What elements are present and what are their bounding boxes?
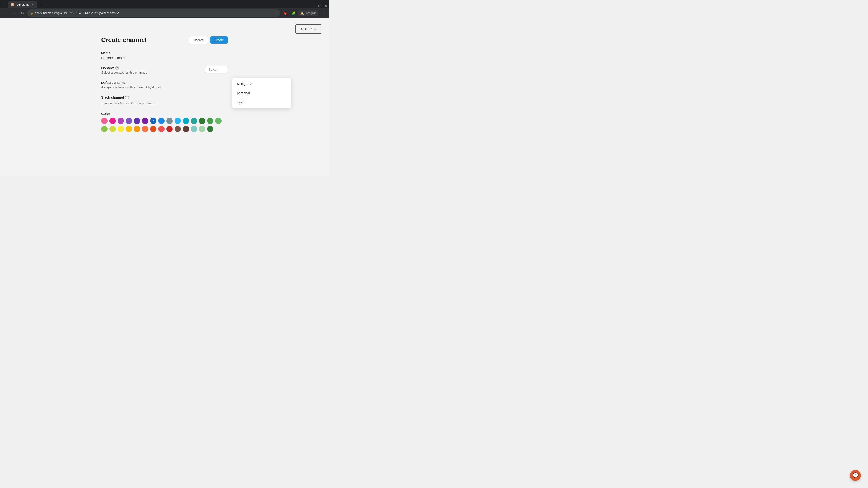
context-description: Select a context for this channel.	[101, 71, 205, 74]
default-channel-field-group: Default channel Assign new tasks to this…	[101, 80, 228, 89]
color-dot-11[interactable]	[191, 118, 197, 124]
menu-button[interactable]: ⋮	[320, 10, 327, 16]
context-dropdown: Designers personal work	[232, 78, 291, 108]
color-dot-23[interactable]	[166, 126, 173, 132]
context-select[interactable]: Select	[205, 66, 228, 73]
tab-favicon: S	[11, 3, 14, 6]
address-bar[interactable]: 🔒 ☆	[27, 9, 280, 17]
context-label: Context ?	[101, 66, 205, 70]
dropdown-item-personal[interactable]: personal	[232, 88, 291, 98]
name-field-group: Name Sunsama Tasks	[101, 51, 228, 60]
default-channel-description: Assign new tasks to this channel by defa…	[101, 86, 228, 89]
color-dot-26[interactable]	[191, 126, 197, 132]
lock-icon: 🔒	[30, 11, 33, 15]
color-dot-4[interactable]	[134, 118, 140, 124]
slack-channel-input[interactable]	[101, 101, 228, 105]
color-dot-13[interactable]	[207, 118, 213, 124]
context-select-placeholder: Select	[209, 68, 217, 71]
color-dot-2[interactable]	[118, 118, 124, 124]
minimize-button[interactable]: –	[313, 4, 315, 8]
browser-tab[interactable]: S Sunsama ✕	[8, 1, 37, 8]
color-grid	[101, 118, 228, 132]
color-dot-21[interactable]	[150, 126, 156, 132]
context-help-icon[interactable]: ?	[115, 66, 119, 70]
tab-title: Sunsama	[16, 3, 29, 6]
context-row: Context ? Select a context for this chan…	[101, 66, 228, 74]
color-dot-9[interactable]	[175, 118, 181, 124]
color-dot-1[interactable]	[110, 118, 116, 124]
color-dot-17[interactable]	[118, 126, 124, 132]
extension-button[interactable]: 🧩	[290, 10, 297, 16]
color-dot-20[interactable]	[142, 126, 148, 132]
form-header: Create channel Discard Create	[101, 36, 228, 44]
color-dot-24[interactable]	[175, 126, 181, 132]
name-value[interactable]: Sunsama Tasks	[101, 56, 228, 60]
back-button[interactable]: ←	[3, 10, 9, 16]
new-tab-button[interactable]: +	[37, 2, 43, 8]
incognito-label: Incognito	[305, 11, 316, 15]
reload-button[interactable]: ↻	[19, 10, 25, 16]
color-dot-8[interactable]	[166, 118, 173, 124]
color-dot-22[interactable]	[158, 126, 164, 132]
name-label: Name	[101, 51, 228, 55]
tab-close-button[interactable]: ✕	[31, 3, 34, 6]
toolbar-actions: 🔖 🧩 🕵️ Incognito ⋮	[282, 10, 327, 16]
form-container: Create channel Discard Create Name Sunsa…	[101, 36, 228, 138]
window-controls: – □ ✕	[313, 4, 327, 8]
color-dot-25[interactable]	[183, 126, 189, 132]
color-dot-3[interactable]	[126, 118, 132, 124]
default-channel-label: Default channel	[101, 80, 228, 85]
create-button[interactable]: Create	[210, 36, 228, 43]
slack-channel-label: Slack channel ?	[101, 95, 228, 99]
color-dot-6[interactable]	[150, 118, 156, 124]
star-icon[interactable]: ☆	[275, 11, 278, 15]
color-dot-19[interactable]	[134, 126, 140, 132]
color-dot-14[interactable]	[215, 118, 221, 124]
dropdown-item-work[interactable]: work	[232, 98, 291, 107]
color-label: Color	[101, 111, 228, 116]
page-content: ✕ CLOSE Create channel Discard Create Na…	[0, 18, 329, 176]
url-input[interactable]	[35, 11, 273, 15]
slack-help-icon[interactable]: ?	[125, 96, 129, 99]
browser-toolbar: ← → ↻ 🔒 ☆ 🔖 🧩 🕵️ Incognito ⋮	[0, 8, 329, 18]
close-label: CLOSE	[305, 27, 317, 31]
color-dot-0[interactable]	[101, 118, 107, 124]
discard-button[interactable]: Discard	[189, 36, 208, 44]
close-x-icon: ✕	[300, 27, 303, 31]
incognito-indicator: 🕵️ Incognito	[298, 10, 318, 16]
maximize-button[interactable]: □	[318, 4, 321, 8]
color-field-group: Color	[101, 111, 228, 132]
color-dot-15[interactable]	[101, 126, 107, 132]
color-dot-5[interactable]	[142, 118, 148, 124]
dropdown-item-designers[interactable]: Designers	[232, 79, 291, 88]
incognito-icon: 🕵️	[300, 11, 304, 15]
color-picker	[101, 118, 228, 132]
tab-back-arrow[interactable]: ‹	[2, 2, 8, 8]
context-left: Context ? Select a context for this chan…	[101, 66, 205, 74]
color-dot-28[interactable]	[207, 126, 213, 132]
color-dot-27[interactable]	[199, 126, 205, 132]
color-dot-16[interactable]	[110, 126, 116, 132]
color-dot-10[interactable]	[183, 118, 189, 124]
page-title: Create channel	[101, 36, 147, 43]
forward-button[interactable]: →	[11, 10, 17, 16]
color-dot-7[interactable]	[158, 118, 164, 124]
color-dot-18[interactable]	[126, 126, 132, 132]
close-window-button[interactable]: ✕	[324, 4, 327, 8]
slack-channel-field-group: Slack channel ?	[101, 95, 228, 105]
context-field-group: Context ? Select a context for this chan…	[101, 66, 228, 74]
close-button[interactable]: ✕ CLOSE	[296, 24, 322, 34]
header-actions: Discard Create	[189, 36, 228, 44]
browser-chrome: ‹ S Sunsama ✕ + – □ ✕ ← → ↻ 🔒 ☆ 🔖 🧩 🕵	[0, 0, 329, 18]
bookmark-button[interactable]: 🔖	[282, 10, 288, 16]
color-dot-12[interactable]	[199, 118, 205, 124]
tab-bar: ‹ S Sunsama ✕ + – □ ✕	[0, 0, 329, 8]
